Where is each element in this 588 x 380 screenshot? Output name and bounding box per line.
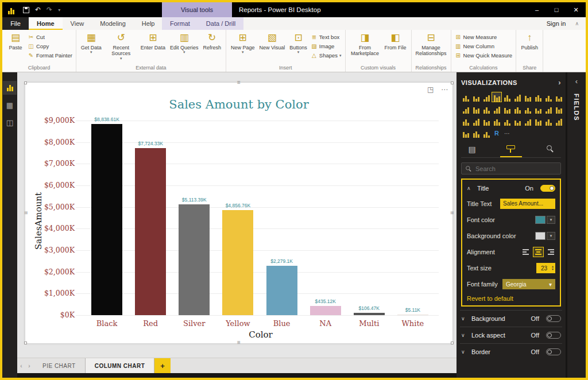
- save-icon[interactable]: [23, 7, 29, 13]
- ribbon-button-recent-sources[interactable]: ↺Recent Sources▾: [105, 32, 137, 61]
- fields-pane-tab[interactable]: ▤: [461, 144, 483, 157]
- column-chart-visual[interactable]: Sales Amount by Color SalesAmount Color …: [25, 83, 452, 343]
- font-color-dropdown-icon[interactable]: ▾: [547, 216, 555, 224]
- treemap-icon[interactable]: [523, 104, 532, 114]
- ribbon-button-from-file[interactable]: ◧From File: [384, 32, 408, 51]
- ribbon-button-publish[interactable]: ↑Publish: [520, 32, 539, 51]
- page-back-icon[interactable]: ‹: [17, 358, 25, 373]
- ribbon-chart-icon[interactable]: [471, 104, 481, 114]
- align-left-button[interactable]: [521, 247, 531, 257]
- clustered-bar-chart-icon[interactable]: [482, 92, 491, 102]
- tab-help[interactable]: Help: [134, 17, 163, 30]
- ribbon-button-image[interactable]: ▨Image: [311, 42, 342, 50]
- chart-bar-na[interactable]: [310, 306, 341, 315]
- minimize-button[interactable]: –: [527, 2, 547, 17]
- ribbon-button-enter-data[interactable]: ⊞Enter Data: [140, 32, 167, 51]
- close-button[interactable]: ✕: [566, 2, 586, 17]
- table-icon[interactable]: [523, 117, 532, 126]
- ribbon-button-manage-relationships[interactable]: ⊟Manage Relationships: [415, 32, 447, 57]
- border-toggle[interactable]: [546, 348, 561, 355]
- background-color-swatch[interactable]: [535, 232, 546, 240]
- chart-bar-black[interactable]: [91, 124, 122, 315]
- resize-handle-right[interactable]: ≡: [450, 211, 454, 215]
- quick-access-dropdown-icon[interactable]: ▾: [58, 7, 60, 13]
- resize-handle-top-left[interactable]: [24, 82, 27, 84]
- r-script-visual-icon[interactable]: R: [492, 129, 501, 138]
- background-color-dropdown-icon[interactable]: ▾: [547, 232, 555, 240]
- hundred-stacked-column-chart-icon[interactable]: [513, 92, 522, 102]
- ribbon-button-from-marketplace[interactable]: ◨From Marketplace: [349, 32, 381, 57]
- map-icon[interactable]: [533, 104, 543, 114]
- model-view-button[interactable]: ◫: [3, 115, 17, 129]
- sign-in-link[interactable]: Sign in: [547, 17, 566, 30]
- add-page-button[interactable]: +: [154, 358, 171, 373]
- collapse-card-icon[interactable]: ∧: [467, 185, 474, 191]
- chart-bar-silver[interactable]: [179, 204, 210, 315]
- revert-to-default-link[interactable]: Revert to default: [467, 295, 555, 302]
- ribbon-button-shapes[interactable]: △Shapes▾: [311, 52, 342, 59]
- font-color-swatch[interactable]: [535, 216, 546, 224]
- gauge-icon[interactable]: [471, 117, 481, 126]
- ribbon-button-new-measure[interactable]: ⊞New Measure: [455, 33, 513, 41]
- resize-handle-top[interactable]: ≡: [237, 80, 241, 85]
- page-tab-pie-chart[interactable]: PIE CHART: [33, 358, 85, 373]
- report-view-button[interactable]: [3, 81, 17, 95]
- align-right-button[interactable]: [546, 247, 555, 257]
- resize-handle-bottom-right[interactable]: [451, 342, 454, 344]
- area-chart-icon[interactable]: [533, 92, 543, 102]
- power-apps-icon[interactable]: [471, 129, 481, 138]
- resize-handle-top-right[interactable]: [451, 82, 454, 84]
- card-icon[interactable]: [482, 117, 491, 126]
- ribbon-button-copy[interactable]: ◫Copy: [28, 42, 72, 50]
- filled-map-icon[interactable]: [544, 104, 553, 114]
- stacked-column-chart-icon[interactable]: [471, 92, 481, 102]
- ribbon-button-new-visual[interactable]: ▧New Visual: [258, 32, 286, 51]
- format-search-box[interactable]: [461, 162, 561, 175]
- donut-chart-icon[interactable]: [513, 104, 522, 114]
- ribbon-button-cut[interactable]: ✂Cut: [28, 33, 72, 41]
- page-forward-icon[interactable]: ›: [25, 358, 33, 373]
- python-visual-icon[interactable]: [461, 129, 470, 138]
- line-and-stacked-column-chart-icon[interactable]: [554, 92, 563, 102]
- text-size-input[interactable]: 23 ▴▾: [536, 263, 555, 273]
- chart-bar-red[interactable]: [135, 148, 166, 315]
- background-toggle[interactable]: [546, 315, 561, 322]
- focus-mode-icon[interactable]: ◳: [427, 86, 434, 94]
- kpi-icon[interactable]: [502, 117, 512, 126]
- key-influencers-icon[interactable]: [482, 129, 491, 138]
- chart-bar-blue[interactable]: [266, 266, 297, 315]
- multi-row-card-icon[interactable]: [492, 117, 501, 126]
- arcgis-map-icon[interactable]: [554, 117, 563, 126]
- redo-icon[interactable]: ↷: [47, 6, 52, 14]
- chart-bar-white[interactable]: [397, 315, 428, 315]
- ribbon-button-new-column[interactable]: ▥New Column: [455, 42, 513, 50]
- matrix-icon[interactable]: [533, 117, 543, 126]
- expand-fields-pane-icon[interactable]: ‹: [575, 77, 578, 86]
- more-options-icon[interactable]: ⋯: [502, 129, 512, 138]
- ribbon-button-new-quick-measure[interactable]: ⊞New Quick Measure: [455, 52, 513, 59]
- search-input[interactable]: [475, 165, 550, 172]
- page-tab-column-chart[interactable]: COLUMN CHART: [85, 358, 155, 373]
- hundred-stacked-bar-chart-icon[interactable]: [502, 92, 512, 102]
- fields-pane-title[interactable]: FIELDS: [573, 94, 580, 121]
- ribbon-button-buttons[interactable]: ⊡Buttons▾: [288, 32, 308, 55]
- expand-card-icon[interactable]: ∨: [461, 332, 468, 338]
- ribbon-button-new-page[interactable]: ⊞New Page▾: [230, 32, 256, 55]
- maximize-button[interactable]: □: [547, 2, 566, 17]
- ribbon-button-paste[interactable]: ▤Paste: [6, 32, 25, 51]
- collapse-ribbon-icon[interactable]: ∧: [575, 17, 579, 30]
- resize-handle-left[interactable]: ≡: [24, 211, 28, 215]
- expand-card-icon[interactable]: ∨: [461, 316, 468, 321]
- line-chart-icon[interactable]: [523, 92, 532, 102]
- chart-bar-yellow[interactable]: [222, 210, 253, 315]
- more-options-icon[interactable]: ⋯: [441, 86, 448, 94]
- title-text-input[interactable]: Sales Amount...: [500, 199, 555, 209]
- ribbon-button-get-data[interactable]: ▦Get Data▾: [80, 32, 103, 55]
- chart-bar-multi[interactable]: [354, 313, 385, 315]
- data-view-button[interactable]: ▦: [3, 98, 17, 112]
- collapse-visualizations-pane-icon[interactable]: ›: [558, 78, 561, 87]
- tab-view[interactable]: View: [63, 17, 92, 30]
- clustered-column-chart-icon[interactable]: [492, 92, 501, 102]
- align-center-button[interactable]: [533, 247, 543, 257]
- pie-chart-icon[interactable]: [502, 104, 512, 114]
